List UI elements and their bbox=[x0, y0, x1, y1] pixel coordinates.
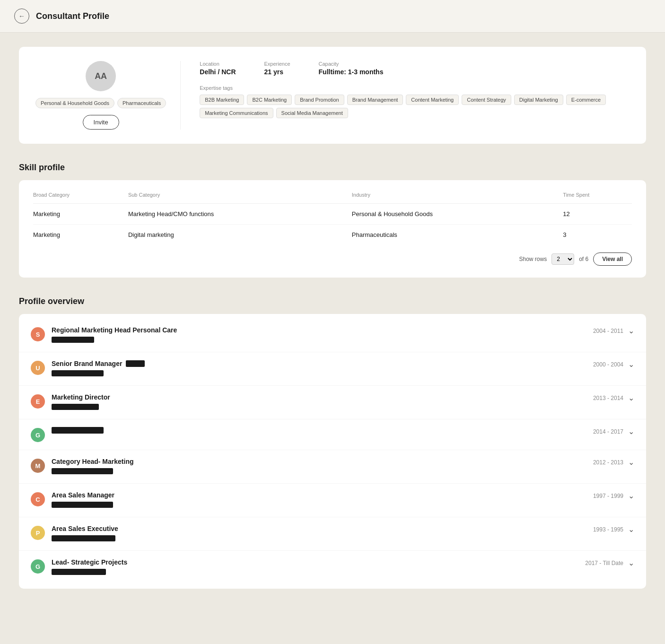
expertise-tag: Brand Management bbox=[347, 95, 403, 105]
page-title: Consultant Profile bbox=[36, 11, 109, 21]
redacted-company bbox=[52, 370, 104, 376]
overview-right: 2014 - 2017 ⌄ bbox=[593, 427, 634, 436]
capacity-label: Capacity bbox=[319, 61, 384, 67]
overview-job-title: Marketing Director bbox=[52, 393, 110, 401]
overview-item[interactable]: G Lead- Strategic Projects 2017 - Till D… bbox=[19, 551, 646, 584]
overview-item[interactable]: U Senior Brand Manager 2000 - 2004 ⌄ bbox=[19, 352, 646, 386]
period: 2004 - 2011 bbox=[593, 328, 623, 334]
company-letter: U bbox=[31, 361, 45, 375]
company-letter: S bbox=[31, 327, 45, 341]
overview-title: Senior Brand Manager bbox=[52, 360, 593, 367]
expertise-tag: B2B Marketing bbox=[200, 95, 244, 105]
profile-card: AA Personal & Household Goods Pharmaceut… bbox=[19, 47, 646, 144]
overview-item[interactable]: E Marketing Director 2013 - 2014 ⌄ bbox=[19, 386, 646, 419]
overview-info bbox=[52, 427, 593, 435]
profile-right: Location Delhi / NCR Experience 21 yrs C… bbox=[200, 61, 630, 130]
company-letter: P bbox=[31, 526, 45, 540]
cell-industry: Pharmaceuticals bbox=[352, 225, 563, 245]
cell-sub: Digital marketing bbox=[128, 225, 352, 245]
skill-table: Broad Category Sub Category Industry Tim… bbox=[33, 192, 632, 245]
capacity-value: Fulltime: 1-3 months bbox=[319, 68, 384, 76]
overview-item[interactable]: G 2014 - 2017 ⌄ bbox=[19, 419, 646, 450]
period: 2012 - 2013 bbox=[593, 459, 623, 466]
overview-right: 1993 - 1995 ⌄ bbox=[593, 525, 634, 534]
overview-right: 2017 - Till Date ⌄ bbox=[585, 558, 634, 567]
chevron-down-icon: ⌄ bbox=[628, 558, 634, 567]
overview-title: Lead- Strategic Projects bbox=[52, 558, 585, 566]
view-all-button[interactable]: View all bbox=[593, 252, 632, 266]
overview-item[interactable]: S Regional Marketing Head Personal Care … bbox=[19, 319, 646, 352]
overview-title: Area Sales Manager bbox=[52, 491, 593, 499]
expertise-tag: E-commerce bbox=[566, 95, 606, 105]
cell-broad: Marketing bbox=[33, 225, 128, 245]
table-row: Marketing Marketing Head/CMO functions P… bbox=[33, 204, 632, 225]
expertise-label: Expertise tags bbox=[200, 85, 630, 91]
expertise-tags: B2B MarketingB2C MarketingBrand Promotio… bbox=[200, 95, 630, 118]
redacted-title bbox=[52, 427, 104, 434]
expertise-tag: Social Media Management bbox=[276, 108, 348, 118]
overview-right: 2012 - 2013 ⌄ bbox=[593, 458, 634, 467]
chevron-down-icon: ⌄ bbox=[628, 491, 634, 500]
col-sub: Sub Category bbox=[128, 192, 352, 204]
company-letter: C bbox=[31, 492, 45, 506]
industry-tag-1: Pharmaceuticals bbox=[117, 98, 166, 108]
period: 1993 - 1995 bbox=[593, 526, 623, 533]
rows-select[interactable]: 2 5 10 bbox=[551, 253, 574, 265]
experience-value: 21 yrs bbox=[264, 68, 283, 76]
chevron-down-icon: ⌄ bbox=[628, 458, 634, 467]
redacted-company bbox=[52, 569, 106, 575]
overview-title: Regional Marketing Head Personal Care bbox=[52, 326, 593, 334]
profile-meta: Location Delhi / NCR Experience 21 yrs C… bbox=[200, 61, 630, 76]
redacted-company bbox=[52, 535, 115, 541]
overview-item[interactable]: C Area Sales Manager 1997 - 1999 ⌄ bbox=[19, 484, 646, 517]
back-button[interactable]: ← bbox=[14, 9, 29, 24]
overview-info: Marketing Director bbox=[52, 393, 593, 411]
overview-info: Category Head- Marketing bbox=[52, 458, 593, 476]
chevron-down-icon: ⌄ bbox=[628, 360, 634, 369]
expertise-tag: B2C Marketing bbox=[247, 95, 292, 105]
cell-broad: Marketing bbox=[33, 204, 128, 225]
overview-item[interactable]: P Area Sales Executive 1993 - 1995 ⌄ bbox=[19, 517, 646, 551]
redacted-company bbox=[52, 337, 94, 343]
overview-job-title: Lead- Strategic Projects bbox=[52, 558, 127, 566]
overview-job-title: Area Sales Executive bbox=[52, 525, 118, 532]
profile-overview-card: S Regional Marketing Head Personal Care … bbox=[19, 314, 646, 589]
experience-meta: Experience 21 yrs bbox=[264, 61, 290, 76]
overview-title: Marketing Director bbox=[52, 393, 593, 401]
company-letter: G bbox=[31, 559, 45, 574]
period: 1997 - 1999 bbox=[593, 493, 623, 499]
col-industry: Industry bbox=[352, 192, 563, 204]
overview-info: Regional Marketing Head Personal Care bbox=[52, 326, 593, 344]
chevron-down-icon: ⌄ bbox=[628, 427, 634, 436]
overview-info: Area Sales Executive bbox=[52, 525, 593, 543]
overview-right: 2000 - 2004 ⌄ bbox=[593, 360, 634, 369]
overview-right: 2004 - 2011 ⌄ bbox=[593, 326, 634, 335]
table-row: Marketing Digital marketing Pharmaceutic… bbox=[33, 225, 632, 245]
cell-time: 12 bbox=[563, 204, 632, 225]
overview-info: Area Sales Manager bbox=[52, 491, 593, 509]
overview-item[interactable]: M Category Head- Marketing 2012 - 2013 ⌄ bbox=[19, 450, 646, 484]
expertise-tag: Marketing Communications bbox=[200, 108, 273, 118]
invite-button[interactable]: Invite bbox=[83, 115, 119, 130]
overview-info: Lead- Strategic Projects bbox=[52, 558, 585, 576]
expertise-tag: Digital Marketing bbox=[514, 95, 563, 105]
skill-table-body: Marketing Marketing Head/CMO functions P… bbox=[33, 204, 632, 245]
expertise-tag: Content Marketing bbox=[406, 95, 459, 105]
overview-right: 1997 - 1999 ⌄ bbox=[593, 491, 634, 500]
avatar: AA bbox=[86, 61, 116, 91]
industry-tag-0: Personal & Household Goods bbox=[35, 98, 114, 108]
capacity-meta: Capacity Fulltime: 1-3 months bbox=[319, 61, 384, 76]
page-header: ← Consultant Profile bbox=[0, 0, 665, 33]
industry-tags: Personal & Household Goods Pharmaceutica… bbox=[35, 98, 166, 108]
location-value: Delhi / NCR bbox=[200, 68, 236, 76]
experience-label: Experience bbox=[264, 61, 290, 67]
table-footer: Show rows 2 5 10 of 6 View all bbox=[33, 252, 632, 266]
skill-profile-title: Skill profile bbox=[19, 163, 646, 173]
company-letter: G bbox=[31, 428, 45, 442]
overview-job-title: Category Head- Marketing bbox=[52, 458, 133, 465]
overview-title: Category Head- Marketing bbox=[52, 458, 593, 465]
expertise-tag: Content Strategy bbox=[462, 95, 511, 105]
redacted-company bbox=[52, 468, 113, 474]
redacted-company bbox=[52, 404, 99, 410]
period: 2000 - 2004 bbox=[593, 361, 623, 368]
